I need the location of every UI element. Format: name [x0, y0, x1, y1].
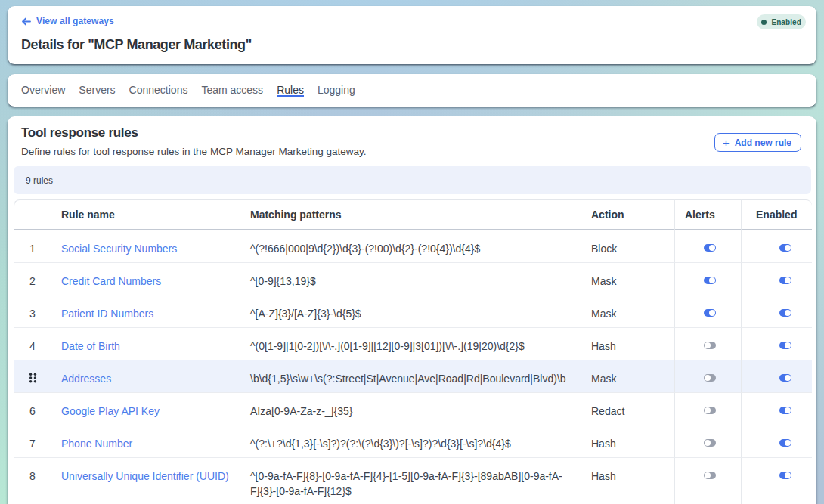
back-link-label: View all gateways	[36, 16, 114, 26]
tab-overview[interactable]: Overview	[21, 85, 65, 97]
action-cell: Hash	[581, 425, 675, 458]
enabled-cell	[742, 295, 812, 328]
enabled-cell	[742, 393, 812, 425]
matching-pattern-cell: \b\d{1,5}\s\w+\s(?:Street|St|Avenue|Ave|…	[240, 360, 581, 393]
table-row: 3Patient ID Numbers^[A-Z]{3}/[A-Z]{3}-\d…	[14, 295, 812, 328]
tab-servers[interactable]: Servers	[79, 85, 115, 97]
back-arrow-icon	[21, 17, 31, 26]
matching-pattern-cell: ^[0-9a-fA-F]{8}-[0-9a-fA-F]{4}-[1-5][0-9…	[240, 458, 581, 504]
alerts-cell	[675, 360, 742, 393]
table-row: 2Credit Card Numbers^[0-9]{13,19}$Mask	[14, 263, 812, 295]
toggle-knob	[785, 245, 791, 251]
alerts-toggle[interactable]	[704, 439, 716, 447]
alerts-cell	[675, 328, 742, 360]
matching-pattern-cell: ^(0[1-9]|1[0-2])[\/\-.](0[1-9]|[12][0-9]…	[240, 328, 581, 360]
tabs-card: OverviewServersConnectionsTeam accessRul…	[8, 74, 816, 107]
alerts-cell	[675, 425, 742, 458]
alerts-cell	[675, 458, 742, 504]
enabled-toggle[interactable]	[779, 309, 791, 317]
status-dot-icon	[761, 20, 767, 25]
matching-pattern-cell: ^(?!666|000|9\d{2})\d{3}-(?!00)\d{2}-(?!…	[240, 230, 581, 263]
alerts-cell	[675, 230, 742, 263]
rule-name-link[interactable]: Google Play API Key	[61, 405, 160, 417]
rule-number-cell: 2	[14, 263, 51, 295]
rule-name-link[interactable]: Patient ID Numbers	[61, 308, 153, 320]
page-title: Details for "MCP Manager Marketing"	[21, 37, 252, 53]
alerts-toggle[interactable]	[704, 472, 716, 479]
rule-name-cell: Google Play API Key	[51, 393, 240, 425]
plus-icon: +	[723, 136, 730, 149]
enabled-toggle[interactable]	[779, 244, 791, 252]
rule-name-link[interactable]: Phone Number	[61, 438, 132, 450]
enabled-toggle[interactable]	[779, 472, 791, 479]
section-title: Tool response rules	[21, 125, 138, 141]
table-row: 6Google Play API KeyAIza[0-9A-Za-z-_]{35…	[14, 393, 812, 425]
matching-pattern-cell: ^[A-Z]{3}/[A-Z]{3}-\d{5}$	[240, 295, 581, 328]
action-cell: Mask	[581, 263, 675, 295]
enabled-toggle[interactable]	[779, 374, 791, 382]
tab-bar: OverviewServersConnectionsTeam accessRul…	[8, 74, 816, 107]
rules-section-card: Tool response rules Define rules for too…	[8, 116, 816, 504]
rule-name-link[interactable]: Universally Unique Identifier (UUID)	[61, 470, 229, 482]
alerts-toggle[interactable]	[704, 277, 716, 284]
column-header-matching-patterns: Matching patterns	[240, 199, 581, 230]
rule-name-cell: Universally Unique Identifier (UUID)	[51, 458, 240, 504]
rules-table: Rule nameMatching patternsActionAlertsEn…	[14, 199, 812, 504]
toggle-knob	[785, 342, 791, 348]
tab-rules[interactable]: Rules	[277, 85, 304, 97]
drag-handle-cell	[14, 360, 51, 393]
enabled-toggle[interactable]	[779, 439, 791, 447]
column-header-rule-name: Rule name	[51, 199, 240, 230]
action-cell: Hash	[581, 458, 675, 504]
toggle-knob	[785, 407, 791, 413]
rule-name-cell: Credit Card Numbers	[51, 263, 240, 295]
toggle-knob	[705, 407, 711, 413]
enabled-toggle[interactable]	[779, 342, 791, 349]
rule-number-cell: 4	[14, 328, 51, 360]
rule-number-cell: 8	[14, 458, 51, 504]
alerts-cell	[675, 295, 742, 328]
rule-name-cell: Phone Number	[51, 425, 240, 458]
back-link[interactable]: View all gateways	[21, 16, 114, 26]
alerts-toggle[interactable]	[704, 342, 716, 349]
action-cell: Redact	[581, 393, 675, 425]
add-new-rule-button[interactable]: + Add new rule	[714, 133, 801, 152]
rule-number-cell: 7	[14, 425, 51, 458]
table-row: Addresses\b\d{1,5}\s\w+\s(?:Street|St|Av…	[14, 360, 812, 393]
enabled-toggle[interactable]	[779, 277, 791, 284]
toggle-knob	[705, 440, 711, 446]
rule-name-cell: Patient ID Numbers	[51, 295, 240, 328]
toggle-knob	[785, 375, 791, 381]
rule-name-cell: Social Security Numbers	[51, 230, 240, 263]
tab-connections[interactable]: Connections	[129, 85, 188, 97]
toggle-knob	[785, 310, 791, 316]
rule-number-cell: 6	[14, 393, 51, 425]
rule-name-link[interactable]: Credit Card Numbers	[61, 275, 161, 287]
enabled-toggle[interactable]	[779, 407, 791, 414]
status-badge: Enabled	[757, 14, 806, 29]
page-header-card: View all gateways Details for "MCP Manag…	[8, 6, 816, 64]
alerts-toggle[interactable]	[704, 244, 716, 252]
toggle-knob	[785, 440, 791, 446]
rule-count-label: 9 rules	[26, 175, 53, 186]
alerts-toggle[interactable]	[704, 407, 716, 414]
alerts-toggle[interactable]	[704, 374, 716, 382]
rule-name-link[interactable]: Date of Birth	[61, 340, 120, 352]
rule-name-link[interactable]: Social Security Numbers	[61, 243, 177, 255]
matching-pattern-cell: AIza[0-9A-Za-z-_]{35}	[240, 393, 581, 425]
action-cell: Hash	[581, 328, 675, 360]
column-header-handle	[14, 199, 51, 230]
action-cell: Block	[581, 230, 675, 263]
tab-team-access[interactable]: Team access	[201, 85, 263, 97]
toggle-knob	[705, 375, 711, 381]
drag-handle-icon[interactable]	[29, 373, 37, 383]
toggle-knob	[705, 472, 711, 478]
alerts-cell	[675, 263, 742, 295]
alerts-toggle[interactable]	[704, 309, 716, 317]
tab-logging[interactable]: Logging	[318, 85, 355, 97]
matching-pattern-cell: ^[0-9]{13,19}$	[240, 263, 581, 295]
rule-name-link[interactable]: Addresses	[61, 373, 111, 385]
rule-number-cell: 1	[14, 230, 51, 263]
alerts-cell	[675, 393, 742, 425]
toggle-knob	[705, 342, 711, 348]
